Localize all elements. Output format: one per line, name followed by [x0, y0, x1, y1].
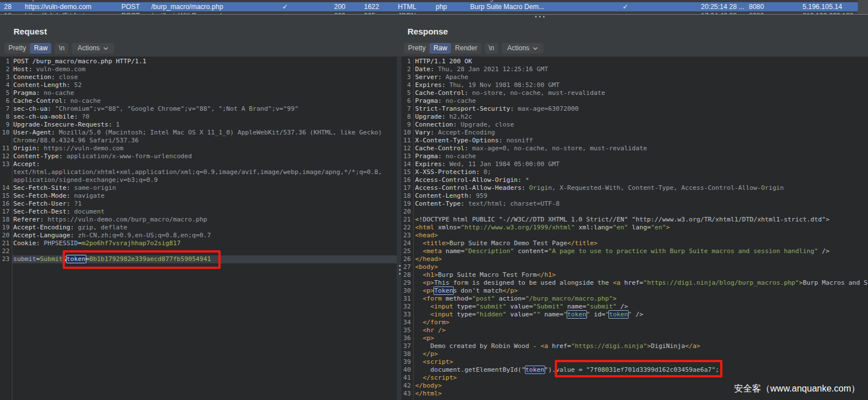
code-segment: <input: [430, 311, 453, 318]
tab-pretty[interactable]: Pretty: [5, 43, 30, 54]
code-segment: ?1: [71, 200, 82, 207]
code-segment: User-Agent:: [14, 129, 55, 136]
code-segment: no-cache: [40, 89, 74, 97]
line-number: 10: [401, 129, 411, 137]
code-segment: same-origin: [71, 184, 116, 192]
line-number: 8: [0, 113, 10, 121]
show-newlines-button[interactable]: \n: [55, 43, 68, 54]
code-segment: Apache: [442, 73, 468, 81]
code-segment: This form is designed to be used alongsi…: [434, 279, 613, 286]
show-newlines-button[interactable]: \n: [485, 43, 498, 54]
chevron-down-icon: [103, 47, 108, 50]
line-text: Pragma: no-cache: [14, 89, 74, 97]
tab-raw[interactable]: Raw: [30, 43, 51, 54]
token-occurrence-highlight: token: [567, 311, 586, 318]
history-row[interactable]: 28https://vuln-demo.comPOST/burp_macro/m…: [0, 2, 858, 11]
code-segment: />: [818, 247, 830, 255]
tab-pretty[interactable]: Pretty: [404, 43, 429, 54]
code-segment: Mozilla/5.0 (Macintosh; Intel Mac OS X 1…: [55, 129, 382, 136]
code-segment: vuln-demo.com: [32, 66, 85, 73]
table-vertical-scrollbar[interactable]: [858, 0, 868, 14]
grip-dot: [539, 16, 541, 18]
code-segment: "post": [472, 295, 495, 302]
request-editor[interactable]: 1POST /burp_macro/macro.php HTTP/1.12Hos…: [0, 56, 397, 400]
actions-button[interactable]: Actions: [502, 43, 543, 54]
code-segment: type=: [453, 311, 476, 318]
cell-url: /burp_macro/macro.php: [151, 2, 223, 11]
code-segment: </title>: [567, 240, 598, 247]
line-number: 33: [401, 311, 411, 319]
line-number: 26: [401, 255, 411, 263]
code-segment: "": [533, 311, 540, 318]
code-segment: </p>: [423, 350, 438, 358]
line-number: 14: [0, 184, 10, 192]
code-segment: Date:: [415, 66, 435, 73]
code-segment: Sec-Fetch-Mode:: [14, 192, 71, 199]
line-text: Upgrade-Insecure-Requests: 1: [14, 121, 120, 129]
code-segment: Cache-Control:: [415, 89, 468, 97]
code-segment: "https://digi.ninja": [571, 342, 647, 350]
code-segment: X-XSS-Protection:: [415, 168, 480, 176]
code-segment: Server:: [415, 73, 442, 81]
line-text: Sec-Fetch-Mode: navigate: [14, 192, 105, 200]
code-segment: [415, 279, 423, 286]
cell-tls: ✓: [622, 2, 628, 11]
code-segment: Thu, 19 Nov 1981 08:52:00 GMT: [445, 81, 559, 89]
line-number: 22: [0, 247, 10, 255]
request-gutter-divider: [12, 56, 12, 400]
line-number: 20: [0, 232, 10, 240]
code-segment: <a: [613, 279, 620, 286]
line-text: <input type="hidden" value="" name="toke…: [415, 311, 643, 319]
code-segment: </a>: [685, 342, 700, 350]
tab-raw[interactable]: Raw: [429, 43, 451, 54]
code-segment: Accept-Language:: [14, 232, 74, 239]
line-number: 7: [0, 105, 10, 113]
line-number: 30: [401, 287, 411, 295]
cell-port: 8080: [749, 2, 764, 11]
code-segment: Strict-Transport-Security:: [415, 105, 514, 112]
line-text: <p>: [415, 334, 435, 342]
actions-button[interactable]: Actions: [72, 43, 113, 54]
code-segment: name=: [541, 311, 563, 318]
line-number: 29: [401, 279, 411, 287]
code-segment: <meta: [423, 247, 442, 255]
code-segment: "submit": [476, 303, 506, 310]
code-segment: [415, 271, 423, 279]
code-segment: submit: [14, 255, 36, 263]
code-segment: Pragma:: [415, 153, 442, 160]
line-number: 2: [0, 66, 10, 73]
line-text: Sec-Fetch-User: ?1: [14, 200, 82, 208]
line-text: <title>Burp Suite Macro Demo Test Page</…: [415, 240, 598, 247]
code-segment: Sec-Fetch-Dest:: [14, 208, 71, 215]
code-segment: Origin:: [14, 145, 40, 152]
code-segment: <h1>: [423, 271, 438, 279]
token-occurrence-highlight: token: [525, 366, 545, 373]
line-number: 41: [401, 374, 411, 382]
line-text: </script>: [415, 374, 457, 382]
line-text: <head>: [415, 232, 438, 240]
panel-splitter[interactable]: [397, 56, 401, 400]
code-segment: m2po6hf7vsrajhhap7o2sig817: [82, 240, 181, 247]
line-text: Chrome/88.0.4324.96 Safari/537.36: [14, 137, 139, 145]
code-segment: [415, 358, 423, 366]
horizontal-splitter-grip[interactable]: [534, 16, 546, 18]
code-segment: navigate: [71, 192, 105, 199]
code-segment: Burp Suite Macro Test Form: [438, 271, 537, 279]
response-editor[interactable]: 1HTTP/1.1 200 OK2Date: Thu, 28 Jan 2021 …: [401, 56, 868, 400]
code-segment: https://vuln-demo.com: [40, 145, 124, 152]
code-segment: =: [78, 240, 82, 247]
code-segment: application/x-www-form-urlencoded: [63, 153, 192, 160]
line-number: 40: [401, 366, 411, 374]
line-number: 25: [401, 247, 411, 255]
line-number: 7: [401, 105, 411, 113]
line-number: 19: [401, 200, 411, 208]
code-segment: 52: [71, 81, 82, 89]
code-segment: [415, 350, 423, 358]
tab-render[interactable]: Render: [451, 43, 481, 54]
line-text: Strict-Transport-Security: max-age=63072…: [415, 105, 579, 113]
code-segment: </form>: [423, 319, 449, 326]
line-text: Referer: https://vuln-demo.com/burp_macr…: [14, 216, 208, 224]
line-number: 22: [401, 224, 411, 232]
request-token-annotation-box: [63, 250, 221, 269]
code-segment: document.getElementById(": [415, 366, 525, 373]
